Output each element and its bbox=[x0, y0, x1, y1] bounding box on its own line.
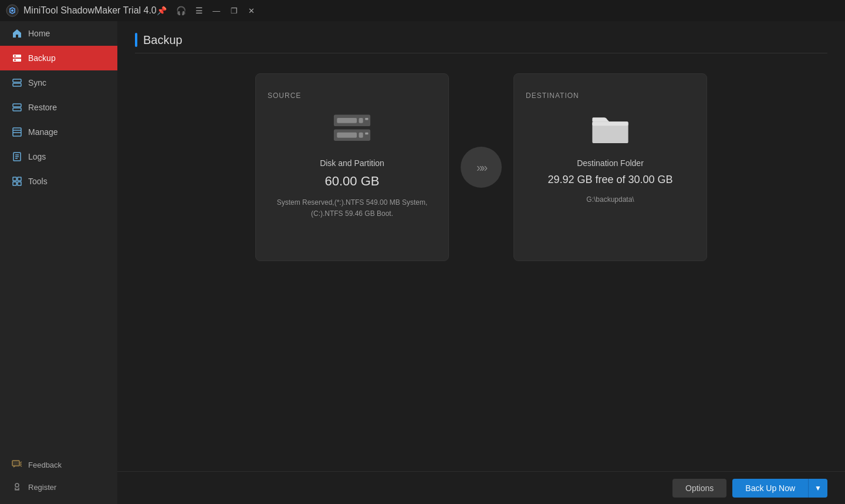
sidebar-item-manage[interactable]: Manage bbox=[0, 120, 117, 144]
main-content: Backup SOURCE bbox=[117, 21, 845, 504]
svg-rect-17 bbox=[13, 177, 16, 181]
arrow-chevrons-icon: »» bbox=[476, 161, 486, 174]
destination-card-free: 29.92 GB free of 30.00 GB bbox=[547, 174, 672, 186]
destination-card-name: Destination Folder bbox=[577, 158, 644, 168]
svg-rect-4 bbox=[14, 56, 16, 57]
manage-icon bbox=[12, 127, 22, 137]
svg-rect-32 bbox=[359, 133, 363, 138]
svg-point-1 bbox=[11, 9, 13, 12]
source-card-size: 60.00 GB bbox=[325, 174, 380, 189]
svg-rect-29 bbox=[365, 118, 368, 120]
svg-rect-25 bbox=[16, 489, 18, 490]
destination-card-path: G:\backupdata\ bbox=[586, 194, 634, 205]
pin-icon[interactable]: 📌 bbox=[157, 6, 167, 15]
source-card-name: Disk and Partition bbox=[320, 158, 384, 168]
svg-rect-9 bbox=[13, 108, 21, 111]
svg-rect-27 bbox=[337, 118, 357, 123]
logs-icon bbox=[12, 151, 22, 162]
svg-line-24 bbox=[20, 465, 22, 466]
maximize-button[interactable]: ❐ bbox=[230, 6, 238, 15]
cards-row: SOURCE Disk and Partit bbox=[135, 73, 827, 261]
sidebar-item-sync[interactable]: Sync bbox=[0, 70, 117, 95]
sidebar-item-logs[interactable]: Logs bbox=[0, 144, 117, 169]
disk-icon bbox=[329, 111, 376, 149]
sidebar-item-home[interactable]: Home bbox=[0, 21, 117, 46]
svg-rect-7 bbox=[13, 83, 21, 86]
bottom-bar: Options Back Up Now ▼ bbox=[117, 471, 845, 504]
main-layout: Home Backup Sync bbox=[0, 21, 845, 504]
sidebar-item-backup[interactable]: Backup bbox=[0, 46, 117, 70]
source-card[interactable]: SOURCE Disk and Partit bbox=[255, 73, 449, 261]
sidebar-item-feedback[interactable]: Feedback bbox=[0, 454, 117, 476]
minimize-button[interactable]: — bbox=[212, 6, 221, 15]
svg-rect-28 bbox=[359, 118, 363, 123]
feedback-icon bbox=[12, 459, 22, 470]
page-title: Backup bbox=[143, 33, 182, 47]
window-controls: 📌 🎧 ☰ — ❐ ✕ bbox=[157, 6, 256, 15]
svg-rect-35 bbox=[592, 121, 628, 126]
sidebar-bottom: Feedback Register bbox=[0, 454, 117, 504]
restore-icon bbox=[12, 102, 22, 113]
sidebar-item-register[interactable]: Register bbox=[0, 476, 117, 498]
titlebar: MiniTool ShadowMaker Trial 4.0 📌 🎧 ☰ — ❐… bbox=[0, 0, 845, 21]
sidebar: Home Backup Sync bbox=[0, 21, 117, 504]
destination-card-label: DESTINATION bbox=[526, 92, 579, 100]
backup-icon bbox=[12, 53, 22, 63]
destination-card[interactable]: DESTINATION Destination Folder 29.92 GB … bbox=[513, 73, 707, 261]
sidebar-item-tools[interactable]: Tools bbox=[0, 169, 117, 194]
arrow-connector: »» bbox=[461, 147, 502, 188]
svg-rect-18 bbox=[18, 177, 21, 181]
menu-icon[interactable]: ☰ bbox=[195, 6, 203, 15]
svg-rect-21 bbox=[12, 461, 19, 466]
page-header: Backup bbox=[135, 33, 827, 53]
source-card-details: System Reserved,(*:).NTFS 549.00 MB Syst… bbox=[277, 197, 428, 219]
sidebar-item-restore[interactable]: Restore bbox=[0, 95, 117, 120]
source-card-label: SOURCE bbox=[268, 92, 301, 100]
folder-icon bbox=[590, 111, 631, 149]
header-accent-bar bbox=[135, 33, 137, 47]
app-title: MiniTool ShadowMaker Trial 4.0 bbox=[23, 5, 157, 16]
svg-rect-6 bbox=[13, 79, 21, 82]
svg-rect-33 bbox=[365, 133, 368, 135]
tools-icon bbox=[12, 176, 22, 187]
close-button[interactable]: ✕ bbox=[248, 6, 256, 15]
svg-line-22 bbox=[20, 462, 22, 463]
svg-rect-31 bbox=[337, 133, 357, 138]
backup-now-button[interactable]: Back Up Now bbox=[732, 479, 808, 498]
svg-rect-10 bbox=[13, 128, 21, 136]
headset-icon[interactable]: 🎧 bbox=[176, 6, 186, 15]
svg-rect-19 bbox=[13, 182, 16, 185]
app-logo bbox=[6, 4, 19, 17]
home-icon bbox=[12, 28, 22, 39]
svg-rect-8 bbox=[13, 104, 21, 107]
sync-icon bbox=[12, 77, 22, 88]
svg-rect-5 bbox=[14, 60, 16, 61]
backup-dropdown-button[interactable]: ▼ bbox=[808, 479, 827, 498]
svg-rect-20 bbox=[18, 182, 21, 185]
options-button[interactable]: Options bbox=[672, 479, 726, 498]
register-icon bbox=[12, 482, 22, 492]
backup-button-wrapper: Back Up Now ▼ bbox=[732, 479, 827, 498]
